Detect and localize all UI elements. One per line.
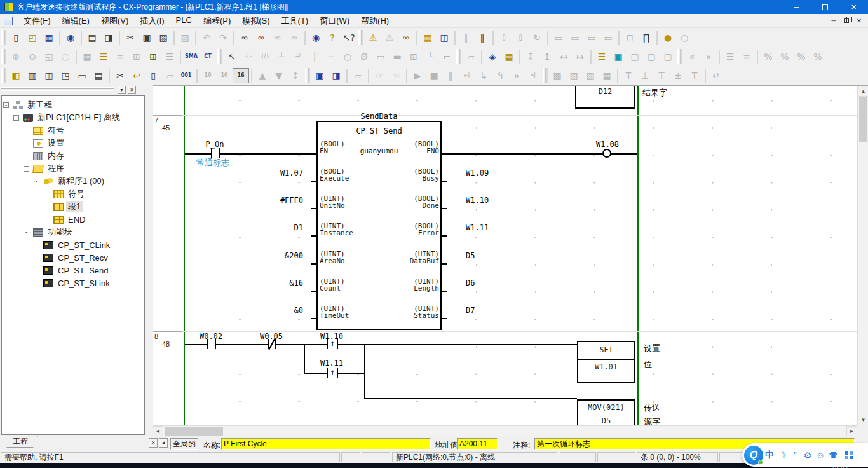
toolbar-undo-button[interactable]: ↶ [198, 30, 215, 45]
toolbar-binary-monitor-button[interactable]: 001 [178, 68, 194, 83]
toolbar-force-off-button[interactable]: % [776, 49, 793, 64]
tree-item-fb-cp-st-send[interactable]: CP_ST_Send [2, 264, 144, 277]
toolbar-simulator-connect-button[interactable]: ☜ [388, 68, 404, 83]
toolbar-toggle-bit-button[interactable]: ± [670, 68, 686, 83]
toolbar-copy-button[interactable]: ▣ [139, 30, 155, 45]
tree-item-project-root[interactable]: -新工程 [2, 99, 144, 111]
toolbar-new-button[interactable]: ▯ [8, 30, 24, 45]
toolbar-next-reference-button[interactable]: ▼ [271, 68, 287, 83]
dock-menu-button[interactable]: ▾ [118, 86, 126, 94]
toolbar-paste-special-button[interactable]: ▨ [177, 30, 193, 45]
toolbar-paste-button[interactable]: ▧ [155, 30, 172, 45]
scroll-up-button[interactable]: ▲ [858, 86, 868, 97]
toolbar-print-button[interactable]: ▤ [84, 30, 100, 45]
vertical-scroll-thumb[interactable] [859, 97, 867, 142]
toolbar-run-button[interactable]: ▶ [409, 68, 426, 83]
toolbar-show-grid-button[interactable]: ▦ [79, 49, 95, 64]
toolbar-continuous-step-button[interactable]: » [508, 68, 525, 83]
toolbar-new-closed-coil-button[interactable]: Ø [356, 49, 372, 64]
toolbar-set-breakpoint-button[interactable]: ▩ [549, 68, 566, 83]
maximize-button[interactable] [811, 0, 839, 14]
scroll-right-button[interactable]: ► [846, 426, 857, 437]
tree-item-fb-cp-st-clink[interactable]: CP_ST_CLink [2, 238, 144, 251]
toolbar-align-bottom-button[interactable]: ≡ [738, 49, 755, 64]
toolbar-compile-all-programs-button[interactable]: ⚠ [381, 30, 398, 45]
instruction-operand-box[interactable]: D12 [575, 86, 635, 109]
toolbar-watch-window-button[interactable]: ▣ [610, 49, 627, 64]
toolbar-grip[interactable] [543, 68, 548, 83]
toolbar-page-margins-button[interactable]: ▯ [145, 68, 161, 83]
toolbar-cut-button[interactable]: ✂ [122, 30, 139, 45]
toolbar-pause-button[interactable]: ‖ [474, 30, 491, 45]
toolbar-grip[interactable] [1, 49, 6, 64]
toolbar-online-edit-release-button[interactable]: ↦ [572, 49, 588, 64]
tree-item-plc-symbols[interactable]: 符号 [2, 124, 144, 137]
toolbar-step-over-button[interactable]: ↰ [492, 68, 508, 83]
fb-output-operand-Length[interactable]: D6 [466, 279, 548, 287]
tree-item-program1-symbols[interactable]: 符号 [2, 188, 144, 200]
menu-simulation[interactable]: 模拟(S) [236, 13, 275, 29]
toolbar-save-button[interactable]: ▦ [41, 30, 57, 45]
menu-view[interactable]: 视图(V) [95, 13, 134, 29]
toolbar-new-closed-contact-or-button[interactable]: ┴/ [290, 49, 306, 64]
toolbar-io-comment-tool-button[interactable]: CT [200, 49, 216, 64]
toolbar-zoom-100-button[interactable]: ◌ [57, 49, 74, 64]
toolbar-online-edit-rungs-button[interactable]: ▱ [463, 49, 479, 64]
toolbar-debug-mode-button[interactable]: ▭ [600, 30, 616, 45]
child-window-icon[interactable] [4, 17, 13, 25]
toolbar-open-button[interactable]: ◰ [24, 30, 41, 45]
menu-plc[interactable]: PLC [170, 13, 198, 29]
toolbar-symbol-table-window-button[interactable]: ◫ [41, 68, 57, 83]
fb-output-operand-DataBuf[interactable]: D5 [466, 251, 548, 260]
tree-item-function-blocks[interactable]: -功能块 [2, 226, 144, 238]
tree-item-fb-cp-st-recv[interactable]: CP_ST_Recv [2, 251, 144, 264]
ladder-canvas[interactable]: D12 结果字 P_On 常通标志 SendData CP_ST_Send gu… [182, 86, 857, 425]
toolbar-print-preview-button[interactable]: ◨ [100, 30, 117, 45]
symbol-address-field[interactable]: A200.11 [457, 438, 498, 450]
toolbar-window-properties-button[interactable]: ▤ [90, 68, 107, 83]
rung-7-cell[interactable]: 7 45 [153, 115, 182, 331]
toolbar-grip[interactable] [677, 49, 682, 64]
menu-tools[interactable]: 工具(T) [276, 13, 315, 29]
instruction-mov[interactable]: MOV(021) D5 [577, 399, 635, 425]
tree-expander[interactable]: - [13, 115, 19, 121]
symbol-name-field[interactable]: P First Cycle [221, 438, 431, 450]
toolbar-online-edit-send-button[interactable]: ↧ [522, 49, 539, 64]
scroll-left-button[interactable]: ◄ [153, 426, 163, 437]
tree-expander[interactable]: - [24, 230, 29, 235]
ime-grid-icon[interactable] [845, 451, 848, 455]
toolbar-new-coil-button[interactable]: ○ [339, 49, 356, 64]
toolbar-help-contents-button[interactable]: ? [324, 30, 341, 45]
dock-grip[interactable] [1, 87, 114, 89]
toolbar-find-button[interactable]: ∞ [236, 30, 253, 45]
fb-input-operand-UnitNo[interactable]: #FFF0 [220, 196, 303, 205]
toolbar-fb-instance-list-button[interactable]: ☰ [593, 49, 610, 64]
toolbar-address-reference-tool-button[interactable]: SMA [183, 49, 200, 64]
toolbar-mnemonic-view-button[interactable]: ▥ [24, 68, 41, 83]
toolbar-address-back-button[interactable]: ↵ [708, 68, 724, 83]
tree-item-program1[interactable]: -新程序1 (00) [2, 175, 144, 188]
toolbar-fb-io-edit-button[interactable]: ▢ [643, 49, 660, 64]
toolbar-hex-display-button[interactable]: 16 [233, 68, 249, 83]
fb-output-operand-Error[interactable]: W1.11 [466, 223, 548, 232]
menu-window[interactable]: 窗口(W) [314, 13, 355, 29]
toolbar-run-to-cursor-button[interactable]: ►| [459, 68, 475, 83]
tab-project[interactable]: 工程 [3, 436, 38, 448]
toolbar-online-edit-cancel-button[interactable]: ↤ [555, 49, 572, 64]
toolbar-online-edit-begin-button[interactable]: ↥ [539, 49, 555, 64]
toolbar-program-mode-button[interactable]: ▭ [583, 30, 600, 45]
toolbar-grip[interactable] [305, 68, 310, 83]
menu-help[interactable]: 帮助(H) [355, 13, 395, 29]
toolbar-force-cancel-all-button[interactable]: ⊤ [653, 68, 670, 83]
fb-output-operand-Status[interactable]: D7 [466, 306, 548, 315]
toolbar-new-instruction-button[interactable]: ▭ [372, 49, 389, 64]
tree-item-programs[interactable]: -程序 [2, 162, 144, 175]
toolbar-pause-monitor-button[interactable]: ‖ [458, 30, 474, 45]
toolbar-download-to-plc-button[interactable]: ⇩ [496, 30, 512, 45]
tree-item-program1-section1[interactable]: 段1 [2, 200, 144, 213]
horizontal-scrollbar[interactable]: ◄ ► [153, 425, 857, 436]
toolbar-plc-settings-window-button[interactable]: ▭ [74, 68, 90, 83]
ime-language-icon[interactable]: 中 [763, 450, 776, 461]
toolbar-new-inverted-instruction-button[interactable]: ▬ [389, 49, 405, 64]
toolbar-breakpoint-list-button[interactable]: ▦ [599, 68, 615, 83]
